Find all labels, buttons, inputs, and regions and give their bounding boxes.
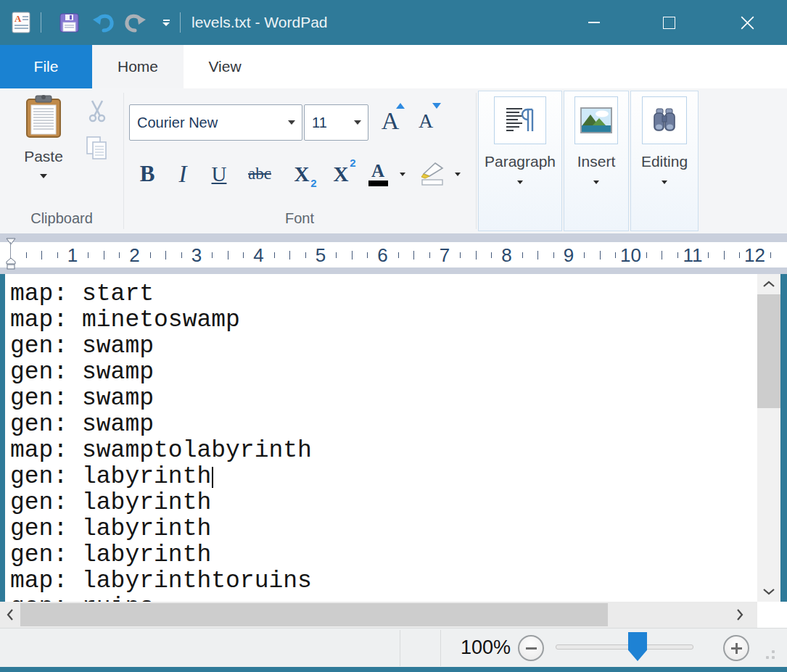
statusbar-separator: [440, 630, 441, 666]
ruler-tick: [305, 252, 306, 258]
ruler-number: 6: [377, 244, 387, 266]
close-button[interactable]: [722, 0, 772, 45]
zoom-out-button[interactable]: [518, 635, 544, 661]
paste-clipboard-icon: [25, 94, 62, 139]
zoom-slider-thumb[interactable]: [628, 632, 647, 661]
document-text: map: start map: minetoswamp gen: swamp g…: [10, 281, 312, 602]
font-name-combobox[interactable]: Courier New: [129, 104, 302, 141]
paste-label: Paste: [24, 148, 63, 165]
bold-button[interactable]: B: [131, 154, 164, 194]
superscript-button[interactable]: X 2: [322, 154, 360, 194]
ruler-tick: [553, 252, 554, 258]
group-separator: [476, 93, 477, 229]
doc-line: map: minetoswamp: [10, 307, 312, 333]
scroll-down-button[interactable]: [757, 581, 780, 602]
horizontal-scroll-thumb[interactable]: [20, 603, 608, 626]
doc-line: gen: swamp: [10, 360, 312, 386]
ruler-tick: [600, 251, 601, 260]
chevron-down-icon: [517, 181, 523, 184]
tab-home[interactable]: Home: [92, 45, 184, 88]
ruler-number: 3: [191, 244, 202, 266]
ribbon-home: Paste Clipboard C: [0, 88, 787, 233]
paragraph-label: Paragraph: [485, 153, 556, 170]
ruler-tick: [228, 251, 228, 260]
subscript-icon: X 2: [294, 162, 310, 186]
statusbar-separator: [400, 630, 400, 666]
ruler-tick: [88, 252, 88, 258]
tab-file[interactable]: File: [0, 45, 92, 88]
font-color-button[interactable]: A: [361, 154, 395, 194]
strikethrough-button[interactable]: abc: [239, 154, 280, 194]
horizontal-scrollbar[interactable]: [0, 602, 757, 628]
subscript-button[interactable]: X 2: [283, 154, 321, 194]
scroll-left-button[interactable]: [0, 602, 20, 628]
redo-button[interactable]: [122, 10, 148, 35]
ruler-number: 4: [253, 244, 263, 266]
doc-line: gen: labyrinth: [10, 516, 312, 542]
titlebar-separator: [180, 12, 181, 33]
doc-line: gen: labyrinth: [10, 464, 312, 490]
resize-grip[interactable]: [772, 650, 775, 653]
text-cursor: [212, 467, 213, 488]
triangle-up-icon: [396, 103, 405, 109]
paste-dropdown-icon: [40, 174, 47, 178]
ruler-tick: [274, 252, 275, 258]
highlight-dropdown[interactable]: [451, 154, 464, 194]
minimize-button[interactable]: [570, 0, 618, 45]
copy-button[interactable]: [77, 130, 118, 165]
status-bar: 100%: [0, 628, 787, 667]
customize-quick-access-button[interactable]: [157, 10, 176, 35]
hanging-indent-marker[interactable]: [6, 257, 16, 273]
grow-font-letter: A: [382, 107, 400, 135]
italic-button[interactable]: I: [167, 154, 199, 194]
ruler-tick: [677, 252, 678, 258]
doc-line: gen: swamp: [10, 333, 312, 360]
shrink-font-button[interactable]: A: [409, 101, 442, 141]
indent-marker-line: [10, 242, 11, 259]
ruler-tick: [119, 252, 120, 258]
paragraph-group-button[interactable]: Paragraph: [478, 91, 562, 231]
ruler-tick: [367, 252, 368, 258]
underline-button[interactable]: U: [202, 154, 236, 194]
tab-view[interactable]: View: [184, 45, 266, 88]
editing-icon-box: [642, 96, 687, 144]
undo-button[interactable]: [90, 10, 116, 35]
first-line-indent-marker[interactable]: [6, 235, 16, 248]
ruler-tick: [646, 252, 647, 258]
zoom-slider-track[interactable]: [556, 644, 693, 650]
zoom-level: 100%: [444, 629, 511, 667]
scissors-icon: [87, 99, 107, 123]
doc-line: gen: ruins: [10, 594, 312, 602]
ruler-number: 5: [316, 244, 326, 266]
document-edit-area[interactable]: map: start map: minetoswamp gen: swamp g…: [0, 274, 757, 602]
insert-group-button[interactable]: Insert: [564, 91, 629, 231]
scrollbar-corner: [757, 602, 787, 628]
maximize-button[interactable]: [645, 0, 693, 45]
scroll-up-button[interactable]: [757, 274, 780, 294]
triangle-down-icon: [432, 103, 441, 109]
paragraph-icon: [503, 104, 537, 136]
resize-grip: [772, 656, 775, 659]
scroll-right-button[interactable]: [727, 602, 753, 628]
ruler-number: 12: [744, 244, 765, 266]
ruler-tick: [476, 251, 477, 260]
font-size-value: 11: [305, 115, 354, 131]
editing-group-button[interactable]: Editing: [630, 91, 699, 231]
vertical-scroll-thumb[interactable]: [757, 294, 780, 408]
cut-button[interactable]: [77, 94, 118, 128]
chevron-down-icon: [593, 181, 599, 184]
font-color-dropdown[interactable]: [396, 154, 409, 194]
highlight-button[interactable]: [413, 154, 450, 194]
title-bar: A: [0, 0, 787, 45]
vertical-scrollbar[interactable]: [757, 274, 780, 602]
doc-line: gen: swamp: [10, 386, 312, 412]
chevron-down-icon: [662, 181, 667, 184]
save-button[interactable]: [57, 10, 81, 35]
italic-label: I: [179, 161, 187, 188]
ruler-tick: [165, 251, 166, 260]
ruler-tick: [243, 252, 244, 258]
font-size-combobox[interactable]: 11: [304, 104, 368, 141]
zoom-in-button[interactable]: [723, 635, 749, 661]
paste-button[interactable]: Paste: [13, 94, 74, 202]
grow-font-button[interactable]: A: [373, 101, 408, 141]
